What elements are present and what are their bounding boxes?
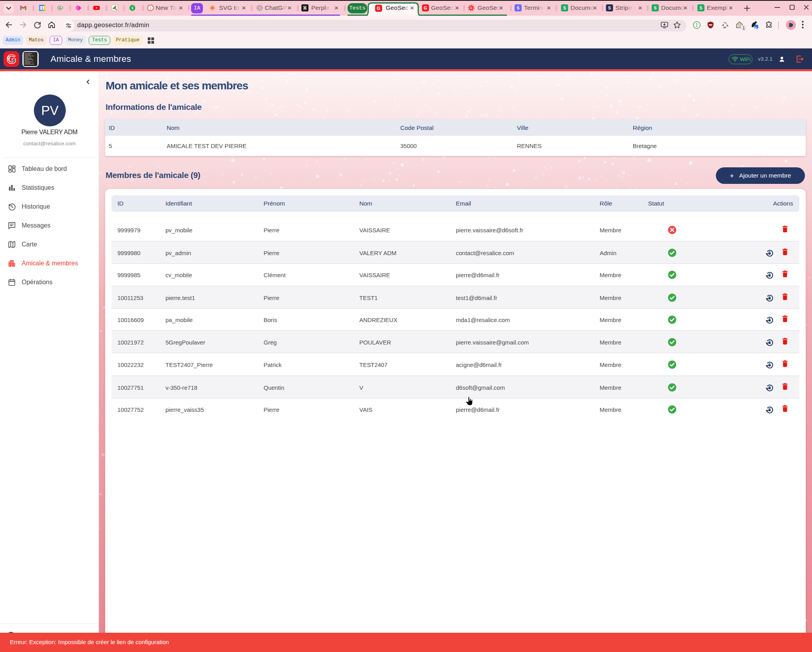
svg-text:S: S — [699, 6, 702, 10]
svg-text:1: 1 — [41, 6, 43, 10]
svg-text:S: S — [517, 6, 519, 10]
svg-text:S: S — [654, 6, 656, 10]
svg-text:G: G — [470, 6, 472, 10]
svg-text:S: S — [563, 6, 566, 10]
svg-text:S: S — [608, 6, 611, 10]
svg-text:1: 1 — [131, 6, 134, 10]
svg-text:G: G — [424, 6, 427, 10]
svg-text:G: G — [377, 6, 381, 11]
